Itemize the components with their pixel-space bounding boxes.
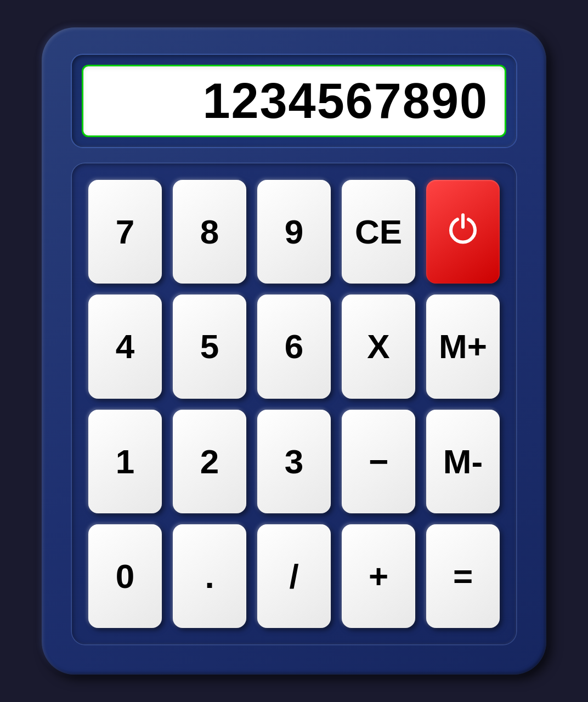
btn-ce[interactable]: CE: [342, 180, 415, 284]
btn-7-label: 7: [116, 212, 134, 251]
button-grid: 789CE456XM+123−M-0./+=: [72, 163, 516, 644]
btn-dot[interactable]: .: [173, 524, 246, 628]
btn-3-label: 3: [285, 442, 303, 481]
btn-1[interactable]: 1: [88, 410, 162, 513]
power-icon: [444, 213, 482, 251]
btn-8[interactable]: 8: [173, 180, 246, 284]
btn-equals[interactable]: =: [426, 524, 500, 628]
btn-4-label: 4: [116, 327, 134, 366]
btn-0[interactable]: 0: [88, 524, 162, 628]
btn-1-label: 1: [116, 442, 134, 481]
btn-x-label: X: [367, 327, 389, 366]
btn-4[interactable]: 4: [88, 295, 162, 398]
btn-6[interactable]: 6: [257, 295, 331, 398]
display-wrapper: 1234567890: [72, 55, 516, 147]
btn-equals-label: =: [453, 557, 473, 596]
btn-plus[interactable]: +: [342, 524, 415, 628]
btn-5[interactable]: 5: [173, 295, 246, 398]
calculator: 1234567890 789CE456XM+123−M-0./+=: [42, 27, 546, 675]
btn-mplus-label: M+: [439, 327, 487, 366]
btn-9-label: 9: [285, 212, 303, 251]
btn-3[interactable]: 3: [257, 410, 331, 513]
btn-x[interactable]: X: [342, 295, 415, 398]
btn-mplus[interactable]: M+: [426, 295, 500, 398]
btn-2-label: 2: [200, 442, 219, 481]
btn-0-label: 0: [116, 557, 134, 596]
btn-7[interactable]: 7: [88, 180, 162, 284]
display-value: 1234567890: [202, 73, 488, 128]
btn-5-label: 5: [200, 327, 219, 366]
display-screen: 1234567890: [82, 65, 506, 137]
btn-divide-label: /: [289, 557, 298, 596]
btn-power[interactable]: [426, 180, 500, 284]
btn-plus-label: +: [369, 557, 388, 596]
btn-dot-label: .: [205, 557, 214, 596]
btn-8-label: 8: [200, 212, 219, 251]
btn-mminus-label: M-: [443, 442, 483, 481]
btn-ce-label: CE: [355, 212, 402, 251]
btn-2[interactable]: 2: [173, 410, 246, 513]
btn-9[interactable]: 9: [257, 180, 331, 284]
btn-6-label: 6: [285, 327, 303, 366]
btn-minus-label: −: [369, 442, 388, 481]
btn-minus[interactable]: −: [342, 410, 415, 513]
btn-divide[interactable]: /: [257, 524, 331, 628]
btn-mminus[interactable]: M-: [426, 410, 500, 513]
